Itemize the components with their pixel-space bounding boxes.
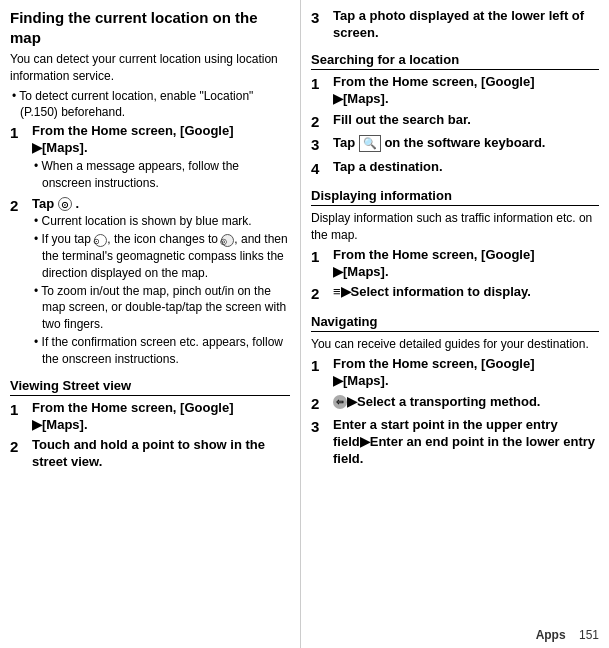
main-title: Finding the current location on the map [10, 8, 290, 47]
nav-step-label-3: Enter a start point in the upper entry f… [333, 417, 599, 468]
step-content-2: Tap ⊙ . Current location is shown by blu… [32, 196, 290, 368]
nav-step-content-1: From the Home screen, [Google]▶[Maps]. [333, 356, 599, 390]
step-number-2: 2 [10, 196, 28, 216]
nav-step-label-1: From the Home screen, [Google]▶[Maps]. [333, 356, 599, 390]
search-step-label-4: Tap a destination. [333, 159, 599, 176]
search-step-label-1: From the Home screen, [Google]▶[Maps]. [333, 74, 599, 108]
displaying-title: Displaying information [311, 188, 599, 206]
display-step-number-1: 1 [311, 247, 329, 267]
right-step-label-3: Tap a photo displayed at the lower left … [333, 8, 599, 42]
nav-step-label-2: ⇦▶Select a transporting method. [333, 394, 599, 411]
street-step-number-2: 2 [10, 437, 28, 457]
search-step-number-2: 2 [311, 112, 329, 132]
nav-step-number-1: 1 [311, 356, 329, 376]
nav-step-number-2: 2 [311, 394, 329, 414]
display-step-label-1: From the Home screen, [Google]▶[Maps]. [333, 247, 599, 281]
search-step-content-2: Fill out the search bar. [333, 112, 599, 129]
search-step-number-1: 1 [311, 74, 329, 94]
display-step-content-2: ≡▶Select information to display. [333, 284, 599, 301]
street-step-number-1: 1 [10, 400, 28, 420]
street-step-label-1: From the Home screen, [Google]▶[Maps]. [32, 400, 290, 434]
street-step-content-1: From the Home screen, [Google]▶[Maps]. [32, 400, 290, 434]
step-content-1: From the Home screen, [Google]▶[Maps]. W… [32, 123, 290, 191]
display-step-label-2: ≡▶Select information to display. [333, 284, 599, 301]
step-sub-1-0: When a message appears, follow the onscr… [32, 158, 290, 192]
step-sub-2-2: To zoom in/out the map, pinch out/in on … [32, 283, 290, 333]
display-step-content-1: From the Home screen, [Google]▶[Maps]. [333, 247, 599, 281]
search-step-content-1: From the Home screen, [Google]▶[Maps]. [333, 74, 599, 108]
display-step-2: 2 ≡▶Select information to display. [311, 284, 599, 304]
street-step-1: 1 From the Home screen, [Google]▶[Maps]. [10, 400, 290, 434]
display-step-number-2: 2 [311, 284, 329, 304]
navigating-intro: You can receive detailed guides for your… [311, 336, 599, 353]
step-label-1: From the Home screen, [Google]▶[Maps]. [32, 123, 290, 157]
right-step-content-3: Tap a photo displayed at the lower left … [333, 8, 599, 42]
nav-step-content-2: ⇦▶Select a transporting method. [333, 394, 599, 411]
step-number-1: 1 [10, 123, 28, 143]
street-step-2: 2 Touch and hold a point to show in the … [10, 437, 290, 471]
right-step-3-intro: 3 Tap a photo displayed at the lower lef… [311, 8, 599, 42]
right-column: 3 Tap a photo displayed at the lower lef… [301, 0, 609, 648]
step-sub-2-1: If you tap ⊙, the icon changes to ◎, and… [32, 231, 290, 281]
search-step-number-3: 3 [311, 135, 329, 155]
bullet-0: To detect current location, enable "Loca… [10, 88, 290, 122]
intro-text: You can detect your current location usi… [10, 51, 290, 85]
nav-step-3: 3 Enter a start point in the upper entry… [311, 417, 599, 468]
right-step-number-3: 3 [311, 8, 329, 28]
step-sub-2-3: If the confirmation screen etc. appears,… [32, 334, 290, 368]
street-step-label-2: Touch and hold a point to show in the st… [32, 437, 290, 471]
step-sub-2-0: Current location is shown by blue mark. [32, 213, 290, 230]
street-step-content-2: Touch and hold a point to show in the st… [32, 437, 290, 471]
display-step-1: 1 From the Home screen, [Google]▶[Maps]. [311, 247, 599, 281]
search-step-label-2: Fill out the search bar. [333, 112, 599, 129]
footer-page-number: 151 [579, 628, 599, 642]
search-step-content-3: Tap 🔍 on the software keyboard. [333, 135, 599, 152]
search-step-2: 2 Fill out the search bar. [311, 112, 599, 132]
search-step-number-4: 4 [311, 159, 329, 179]
step-label-2: Tap ⊙ . [32, 196, 290, 213]
nav-step-number-3: 3 [311, 417, 329, 437]
nav-step-content-3: Enter a start point in the upper entry f… [333, 417, 599, 468]
searching-title: Searching for a location [311, 52, 599, 70]
search-step-3: 3 Tap 🔍 on the software keyboard. [311, 135, 599, 155]
displaying-intro: Display information such as traffic info… [311, 210, 599, 244]
street-view-title: Viewing Street view [10, 378, 290, 396]
left-step-2: 2 Tap ⊙ . Current location is shown by b… [10, 196, 290, 368]
nav-step-1: 1 From the Home screen, [Google]▶[Maps]. [311, 356, 599, 390]
left-step-1: 1 From the Home screen, [Google]▶[Maps].… [10, 123, 290, 191]
footer-apps-label: Apps [536, 628, 566, 642]
search-step-1: 1 From the Home screen, [Google]▶[Maps]. [311, 74, 599, 108]
nav-step-2: 2 ⇦▶Select a transporting method. [311, 394, 599, 414]
search-step-label-3: Tap 🔍 on the software keyboard. [333, 135, 599, 152]
search-step-4: 4 Tap a destination. [311, 159, 599, 179]
left-column: Finding the current location on the map … [0, 0, 301, 648]
footer: Apps 151 [536, 628, 599, 642]
navigating-title: Navigating [311, 314, 599, 332]
search-step-content-4: Tap a destination. [333, 159, 599, 176]
